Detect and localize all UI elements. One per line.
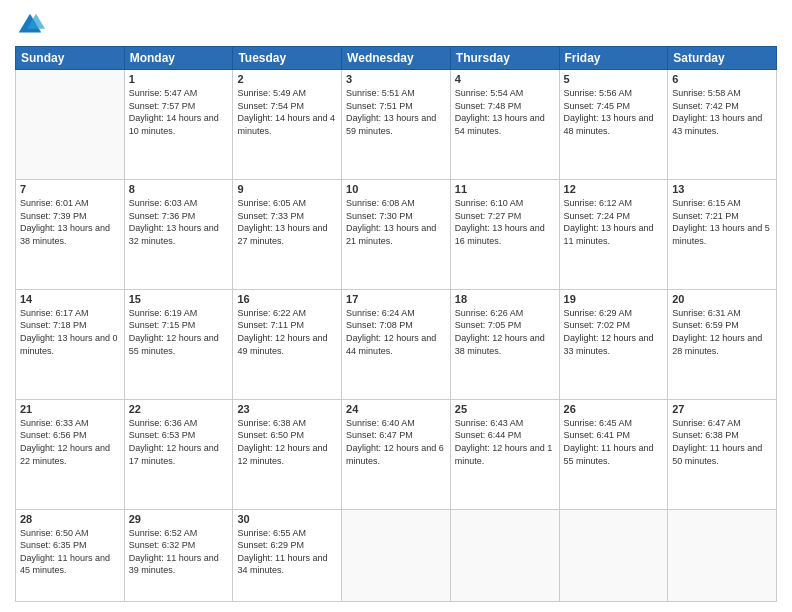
weekday-header: Saturday xyxy=(668,47,777,70)
calendar-cell: 6 Sunrise: 5:58 AM Sunset: 7:42 PM Dayli… xyxy=(668,70,777,180)
calendar-cell: 9 Sunrise: 6:05 AM Sunset: 7:33 PM Dayli… xyxy=(233,179,342,289)
calendar-cell: 26 Sunrise: 6:45 AM Sunset: 6:41 PM Dayl… xyxy=(559,399,668,509)
day-number: 1 xyxy=(129,73,229,85)
day-number: 26 xyxy=(564,403,664,415)
day-info: Sunrise: 5:58 AM Sunset: 7:42 PM Dayligh… xyxy=(672,87,772,137)
calendar-cell: 17 Sunrise: 6:24 AM Sunset: 7:08 PM Dayl… xyxy=(342,289,451,399)
day-number: 25 xyxy=(455,403,555,415)
day-number: 23 xyxy=(237,403,337,415)
logo-icon xyxy=(15,10,45,40)
day-info: Sunrise: 6:05 AM Sunset: 7:33 PM Dayligh… xyxy=(237,197,337,247)
day-number: 18 xyxy=(455,293,555,305)
day-number: 24 xyxy=(346,403,446,415)
day-number: 28 xyxy=(20,513,120,525)
calendar-cell: 12 Sunrise: 6:12 AM Sunset: 7:24 PM Dayl… xyxy=(559,179,668,289)
calendar-table: SundayMondayTuesdayWednesdayThursdayFrid… xyxy=(15,46,777,602)
day-number: 19 xyxy=(564,293,664,305)
day-info: Sunrise: 6:24 AM Sunset: 7:08 PM Dayligh… xyxy=(346,307,446,357)
calendar-cell: 14 Sunrise: 6:17 AM Sunset: 7:18 PM Dayl… xyxy=(16,289,125,399)
calendar-cell: 1 Sunrise: 5:47 AM Sunset: 7:57 PM Dayli… xyxy=(124,70,233,180)
calendar-cell: 8 Sunrise: 6:03 AM Sunset: 7:36 PM Dayli… xyxy=(124,179,233,289)
calendar-cell: 16 Sunrise: 6:22 AM Sunset: 7:11 PM Dayl… xyxy=(233,289,342,399)
calendar-cell: 11 Sunrise: 6:10 AM Sunset: 7:27 PM Dayl… xyxy=(450,179,559,289)
weekday-header: Sunday xyxy=(16,47,125,70)
day-info: Sunrise: 6:38 AM Sunset: 6:50 PM Dayligh… xyxy=(237,417,337,467)
day-number: 7 xyxy=(20,183,120,195)
day-number: 14 xyxy=(20,293,120,305)
day-number: 10 xyxy=(346,183,446,195)
calendar-cell: 23 Sunrise: 6:38 AM Sunset: 6:50 PM Dayl… xyxy=(233,399,342,509)
logo xyxy=(15,10,49,40)
weekday-header: Monday xyxy=(124,47,233,70)
calendar-cell: 20 Sunrise: 6:31 AM Sunset: 6:59 PM Dayl… xyxy=(668,289,777,399)
day-number: 17 xyxy=(346,293,446,305)
calendar-cell: 2 Sunrise: 5:49 AM Sunset: 7:54 PM Dayli… xyxy=(233,70,342,180)
day-info: Sunrise: 6:33 AM Sunset: 6:56 PM Dayligh… xyxy=(20,417,120,467)
day-info: Sunrise: 6:26 AM Sunset: 7:05 PM Dayligh… xyxy=(455,307,555,357)
weekday-header: Wednesday xyxy=(342,47,451,70)
calendar-cell: 25 Sunrise: 6:43 AM Sunset: 6:44 PM Dayl… xyxy=(450,399,559,509)
calendar-cell: 19 Sunrise: 6:29 AM Sunset: 7:02 PM Dayl… xyxy=(559,289,668,399)
calendar-cell xyxy=(668,509,777,601)
calendar-cell: 18 Sunrise: 6:26 AM Sunset: 7:05 PM Dayl… xyxy=(450,289,559,399)
day-number: 8 xyxy=(129,183,229,195)
day-info: Sunrise: 6:08 AM Sunset: 7:30 PM Dayligh… xyxy=(346,197,446,247)
calendar-cell: 10 Sunrise: 6:08 AM Sunset: 7:30 PM Dayl… xyxy=(342,179,451,289)
day-info: Sunrise: 6:17 AM Sunset: 7:18 PM Dayligh… xyxy=(20,307,120,357)
day-number: 13 xyxy=(672,183,772,195)
day-info: Sunrise: 6:03 AM Sunset: 7:36 PM Dayligh… xyxy=(129,197,229,247)
calendar-cell: 13 Sunrise: 6:15 AM Sunset: 7:21 PM Dayl… xyxy=(668,179,777,289)
day-info: Sunrise: 6:31 AM Sunset: 6:59 PM Dayligh… xyxy=(672,307,772,357)
day-number: 3 xyxy=(346,73,446,85)
day-info: Sunrise: 6:40 AM Sunset: 6:47 PM Dayligh… xyxy=(346,417,446,467)
header xyxy=(15,10,777,40)
day-info: Sunrise: 6:55 AM Sunset: 6:29 PM Dayligh… xyxy=(237,527,337,577)
calendar-cell: 28 Sunrise: 6:50 AM Sunset: 6:35 PM Dayl… xyxy=(16,509,125,601)
calendar-cell xyxy=(450,509,559,601)
day-number: 27 xyxy=(672,403,772,415)
day-number: 6 xyxy=(672,73,772,85)
calendar-cell: 4 Sunrise: 5:54 AM Sunset: 7:48 PM Dayli… xyxy=(450,70,559,180)
day-info: Sunrise: 6:01 AM Sunset: 7:39 PM Dayligh… xyxy=(20,197,120,247)
day-info: Sunrise: 6:45 AM Sunset: 6:41 PM Dayligh… xyxy=(564,417,664,467)
calendar-cell: 24 Sunrise: 6:40 AM Sunset: 6:47 PM Dayl… xyxy=(342,399,451,509)
calendar-cell: 21 Sunrise: 6:33 AM Sunset: 6:56 PM Dayl… xyxy=(16,399,125,509)
calendar-cell: 3 Sunrise: 5:51 AM Sunset: 7:51 PM Dayli… xyxy=(342,70,451,180)
day-info: Sunrise: 6:10 AM Sunset: 7:27 PM Dayligh… xyxy=(455,197,555,247)
day-number: 2 xyxy=(237,73,337,85)
day-info: Sunrise: 6:36 AM Sunset: 6:53 PM Dayligh… xyxy=(129,417,229,467)
day-number: 12 xyxy=(564,183,664,195)
day-info: Sunrise: 5:51 AM Sunset: 7:51 PM Dayligh… xyxy=(346,87,446,137)
day-info: Sunrise: 5:49 AM Sunset: 7:54 PM Dayligh… xyxy=(237,87,337,137)
day-info: Sunrise: 5:56 AM Sunset: 7:45 PM Dayligh… xyxy=(564,87,664,137)
weekday-header: Thursday xyxy=(450,47,559,70)
day-number: 5 xyxy=(564,73,664,85)
day-number: 20 xyxy=(672,293,772,305)
day-number: 11 xyxy=(455,183,555,195)
day-number: 30 xyxy=(237,513,337,525)
calendar-cell xyxy=(559,509,668,601)
day-info: Sunrise: 5:47 AM Sunset: 7:57 PM Dayligh… xyxy=(129,87,229,137)
day-info: Sunrise: 6:29 AM Sunset: 7:02 PM Dayligh… xyxy=(564,307,664,357)
calendar-cell: 22 Sunrise: 6:36 AM Sunset: 6:53 PM Dayl… xyxy=(124,399,233,509)
calendar-cell: 7 Sunrise: 6:01 AM Sunset: 7:39 PM Dayli… xyxy=(16,179,125,289)
day-info: Sunrise: 6:15 AM Sunset: 7:21 PM Dayligh… xyxy=(672,197,772,247)
day-number: 16 xyxy=(237,293,337,305)
day-info: Sunrise: 6:52 AM Sunset: 6:32 PM Dayligh… xyxy=(129,527,229,577)
calendar-cell: 27 Sunrise: 6:47 AM Sunset: 6:38 PM Dayl… xyxy=(668,399,777,509)
day-number: 22 xyxy=(129,403,229,415)
day-number: 4 xyxy=(455,73,555,85)
calendar-cell: 15 Sunrise: 6:19 AM Sunset: 7:15 PM Dayl… xyxy=(124,289,233,399)
day-info: Sunrise: 6:43 AM Sunset: 6:44 PM Dayligh… xyxy=(455,417,555,467)
weekday-header: Tuesday xyxy=(233,47,342,70)
day-info: Sunrise: 6:22 AM Sunset: 7:11 PM Dayligh… xyxy=(237,307,337,357)
day-info: Sunrise: 6:19 AM Sunset: 7:15 PM Dayligh… xyxy=(129,307,229,357)
day-info: Sunrise: 6:47 AM Sunset: 6:38 PM Dayligh… xyxy=(672,417,772,467)
day-number: 29 xyxy=(129,513,229,525)
day-number: 15 xyxy=(129,293,229,305)
day-number: 9 xyxy=(237,183,337,195)
calendar-cell xyxy=(16,70,125,180)
weekday-header: Friday xyxy=(559,47,668,70)
day-number: 21 xyxy=(20,403,120,415)
calendar-cell: 30 Sunrise: 6:55 AM Sunset: 6:29 PM Dayl… xyxy=(233,509,342,601)
